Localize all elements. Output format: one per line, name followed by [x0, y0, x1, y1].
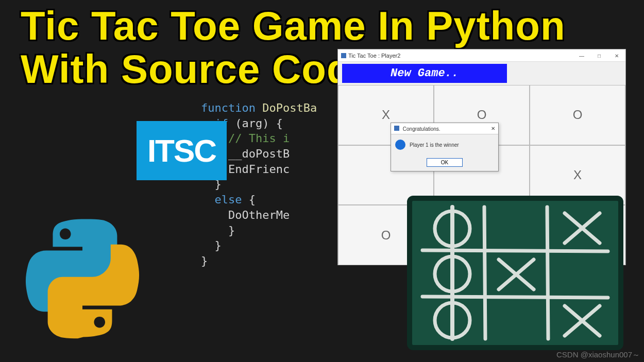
itsc-logo-text: ITSC — [147, 132, 216, 169]
svg-line-1 — [547, 207, 548, 339]
watermark-text: CSDN @xiaoshun007～ — [556, 350, 640, 360]
svg-line-0 — [484, 207, 485, 339]
new-game-label: New Game.. — [391, 67, 459, 80]
itsc-logo: ITSC — [137, 121, 227, 180]
game-window-title: Tic Tac Toe : Player2 — [348, 53, 400, 59]
chalkboard-illustration — [407, 196, 623, 350]
ok-button[interactable]: OK — [427, 158, 463, 167]
dialog-close-icon[interactable]: ✕ — [491, 126, 495, 131]
minimize-button[interactable]: — — [573, 49, 590, 62]
new-game-button[interactable]: New Game.. — [342, 64, 507, 83]
game-cell[interactable]: O — [530, 85, 625, 145]
headline-line-1: Tic Tac Toe Game In Python — [21, 4, 644, 47]
close-button[interactable]: ✕ — [608, 49, 625, 62]
python-logo-icon — [23, 211, 142, 345]
dialog-app-icon — [394, 126, 399, 131]
win-dialog: Congratulations. ✕ Player 1 is the winne… — [391, 123, 499, 171]
dialog-titlebar: Congratulations. ✕ — [391, 123, 498, 134]
app-icon — [341, 53, 346, 58]
info-icon — [395, 140, 405, 150]
game-window-titlebar: Tic Tac Toe : Player2 — □ ✕ — [338, 49, 625, 62]
dialog-message: Player 1 is the winner — [410, 142, 459, 148]
dialog-title-text: Congratulations. — [403, 126, 440, 132]
maximize-button[interactable]: □ — [590, 49, 608, 62]
